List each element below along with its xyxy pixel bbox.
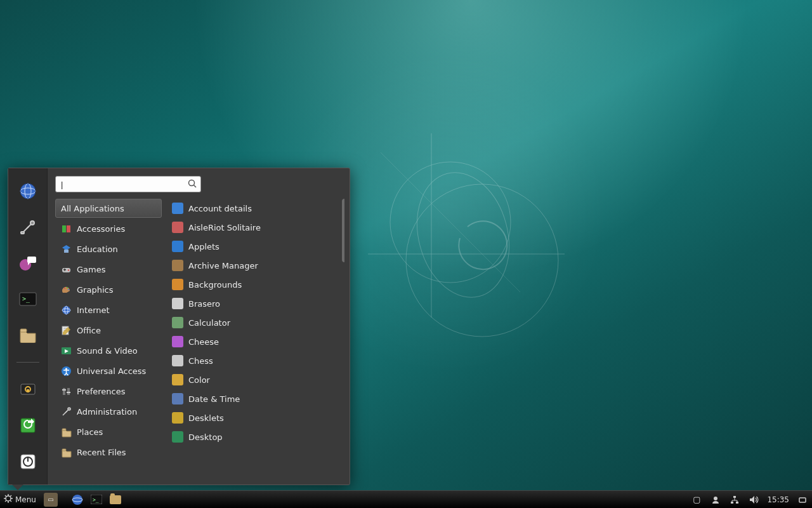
launcher-files[interactable]	[106, 491, 125, 508]
color-icon	[172, 374, 183, 385]
svg-line-25	[194, 185, 197, 188]
svg-text:>_: >_	[93, 497, 99, 503]
app-archive[interactable]: Archive Manager	[167, 256, 344, 275]
tray-clock[interactable]: 15:35	[763, 491, 793, 508]
app-cheese[interactable]: Cheese	[167, 332, 344, 351]
archive-icon	[172, 260, 183, 271]
launcher-browser[interactable]	[68, 491, 87, 508]
app-color[interactable]: Color	[167, 370, 344, 389]
svg-rect-51	[62, 429, 66, 431]
svg-point-34	[67, 287, 68, 288]
svg-rect-52	[62, 449, 66, 451]
places-icon	[60, 426, 72, 438]
preferences-icon	[60, 385, 72, 397]
app-cards[interactable]: AisleRiot Solitaire	[167, 218, 344, 237]
svg-rect-11	[21, 232, 24, 234]
category-label: Universal Access	[77, 366, 146, 376]
wallpaper-ornament	[355, 127, 584, 356]
svg-point-24	[189, 180, 195, 186]
menu-button[interactable]: Menu	[0, 491, 40, 508]
category-education[interactable]: Education	[55, 239, 162, 258]
category-list: All ApplicationsAccessoriesEducationGame…	[55, 199, 162, 477]
session-shutdown[interactable]	[16, 450, 40, 473]
cheese-icon	[172, 336, 183, 347]
bottom-panel: Menu ▭ >_ ▢	[0, 490, 812, 508]
favorite-files[interactable]	[16, 324, 40, 347]
app-desktop[interactable]: Desktop	[167, 427, 344, 446]
category-office[interactable]: Office	[55, 321, 162, 340]
favorite-messaging[interactable]	[16, 251, 40, 275]
favorite-web-browser[interactable]	[16, 180, 40, 203]
category-label: All Applications	[61, 204, 124, 213]
category-administration[interactable]: Administration	[55, 402, 162, 421]
session-lock-screen[interactable]	[16, 378, 40, 401]
category-recent-files[interactable]: Recent Files	[55, 443, 162, 462]
app-chess[interactable]: Chess	[167, 351, 344, 370]
svg-point-66	[714, 497, 717, 500]
category-universal-access[interactable]: Universal Access	[55, 361, 162, 380]
app-date-time[interactable]: Date & Time	[167, 389, 344, 408]
svg-point-10	[30, 221, 34, 225]
menu-search-input[interactable]	[56, 180, 200, 189]
application-menu: >_ All ApplicationsAccessoriesEducationG…	[8, 168, 350, 485]
category-games[interactable]: Games	[55, 260, 162, 279]
tray-volume[interactable]	[744, 491, 763, 508]
tray-network[interactable]	[725, 491, 744, 508]
graphics-icon	[60, 284, 72, 295]
svg-point-2	[404, 162, 523, 307]
svg-rect-32	[64, 268, 65, 271]
category-places[interactable]: Places	[55, 422, 162, 441]
category-label: Accessories	[77, 224, 125, 234]
category-label: Preferences	[77, 387, 125, 396]
brasero-icon	[172, 298, 183, 309]
launcher-terminal[interactable]: >_	[87, 491, 106, 508]
category-label: Places	[77, 427, 103, 437]
menu-search[interactable]	[55, 176, 201, 192]
svg-line-59	[10, 500, 11, 502]
overflow-icon	[797, 494, 808, 505]
network-icon	[729, 494, 740, 505]
category-all[interactable]: All Applications	[55, 199, 162, 218]
app-label: Applets	[188, 242, 219, 251]
svg-point-62	[72, 495, 82, 505]
svg-rect-74	[799, 498, 806, 502]
svg-rect-46	[63, 388, 65, 395]
app-backgrounds[interactable]: Backgrounds	[167, 275, 344, 294]
category-graphics[interactable]: Graphics	[55, 280, 162, 299]
application-list: Account detailsAisleRiot SolitaireApplet…	[167, 199, 344, 477]
session-logout[interactable]	[16, 414, 40, 438]
svg-point-45	[65, 368, 67, 370]
category-accessories[interactable]: Accessories	[55, 219, 162, 238]
office-icon	[60, 324, 72, 336]
svg-line-61	[5, 500, 6, 502]
tray-overflow[interactable]	[793, 491, 812, 508]
backgrounds-icon	[172, 279, 183, 290]
svg-point-30	[67, 269, 69, 271]
svg-rect-13	[27, 257, 36, 263]
tray-user[interactable]	[706, 491, 725, 508]
calculator-icon	[172, 317, 183, 328]
app-label: Color	[188, 375, 210, 385]
app-brasero[interactable]: Brasero	[167, 294, 344, 313]
category-label: Games	[77, 265, 105, 274]
svg-point-33	[64, 288, 65, 289]
svg-point-0	[406, 184, 558, 337]
date-time-icon	[172, 393, 183, 404]
svg-point-36	[62, 306, 70, 314]
tray-workspace-switcher[interactable]: ▢	[687, 491, 706, 508]
app-desklets[interactable]: Desklets	[167, 408, 344, 427]
app-calculator[interactable]: Calculator	[167, 313, 344, 332]
application-scrollbar[interactable]	[342, 199, 344, 262]
app-account[interactable]: Account details	[167, 199, 344, 218]
volume-icon	[748, 494, 759, 505]
app-applets[interactable]: Applets	[167, 237, 344, 256]
category-internet[interactable]: Internet	[55, 300, 162, 319]
show-desktop-button[interactable]: ▭	[40, 491, 62, 508]
favorite-system-tools[interactable]	[16, 216, 40, 239]
app-label: Chess	[188, 356, 213, 366]
favorite-terminal[interactable]: >_	[16, 288, 40, 311]
svg-rect-47	[67, 388, 70, 395]
category-sound-video[interactable]: Sound & Video	[55, 341, 162, 360]
accessories-icon	[60, 223, 72, 234]
category-preferences[interactable]: Preferences	[55, 382, 162, 401]
